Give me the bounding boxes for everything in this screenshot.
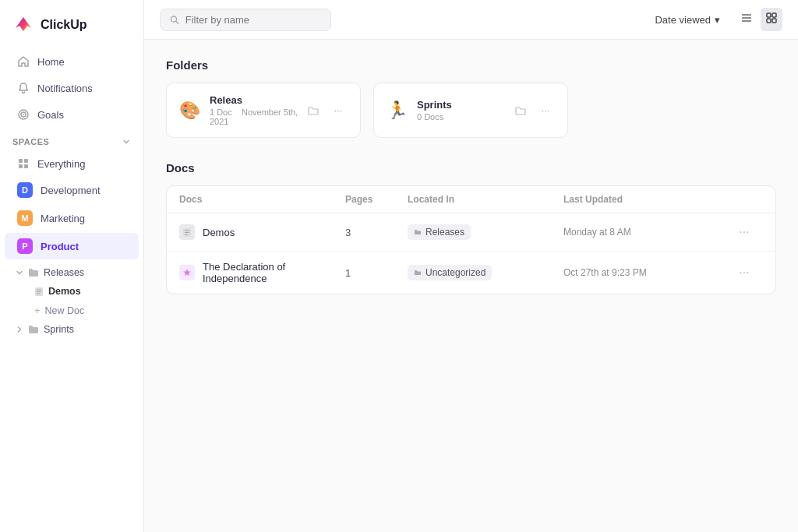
search-icon <box>170 15 179 25</box>
folder-left-sprints: 🏃 Sprints 0 Docs <box>387 99 452 122</box>
folder-open-icon <box>515 105 526 116</box>
development-label: Development <box>41 185 101 196</box>
document-icon <box>182 227 192 237</box>
bell-icon <box>17 82 30 94</box>
list-view-button[interactable] <box>736 8 757 31</box>
tree-item-demos[interactable]: Demos <box>0 282 143 301</box>
new-doc-item[interactable]: + New Doc <box>0 301 143 320</box>
goals-icon <box>17 108 30 121</box>
grid-view-button[interactable] <box>761 8 782 31</box>
development-avatar: D <box>17 182 33 198</box>
tree-item-releases[interactable]: Releases <box>0 263 143 282</box>
logo-area: ClickUp <box>0 9 143 48</box>
col-docs: Docs <box>179 194 345 205</box>
folder-name-sprints: Sprints <box>417 99 452 111</box>
folder-sm-icon <box>414 228 422 236</box>
plus-icon: + <box>34 305 41 316</box>
docs-title: Docs <box>166 161 776 174</box>
folder-open-button-sprints[interactable] <box>511 101 530 120</box>
folder-actions-releas: ··· <box>304 101 348 120</box>
grid-view-icon <box>765 12 778 24</box>
date-viewed-button[interactable]: Date viewed ▾ <box>648 11 726 29</box>
folder-info-sprints: Sprints 0 Docs <box>417 99 452 122</box>
folder-card-releas[interactable]: 🎨 Releas 1 Doc November 5th, 2021 <box>166 83 361 138</box>
folder-open-button[interactable] <box>304 101 323 120</box>
grid-icon <box>17 157 30 170</box>
folder-more-button-sprints[interactable]: ··· <box>536 101 555 120</box>
folder-actions-sprints: ··· <box>511 101 555 120</box>
col-located: Located In <box>408 194 563 205</box>
nav-notifications-label: Notifications <box>37 83 93 94</box>
col-actions <box>735 194 763 205</box>
search-bar[interactable] <box>160 9 331 31</box>
sprints-label: Sprints <box>44 324 74 335</box>
tree-section: Releases Demos + New Doc Sprints <box>0 260 143 342</box>
content-area: Folders 🎨 Releas 1 Doc November 5th, 202… <box>144 40 798 313</box>
doc-name-cell-demos: Demos <box>179 224 345 240</box>
docs-table: Docs Pages Located In Last Updated <box>166 185 776 294</box>
docs-section: Docs Docs Pages Located In Last Updated <box>166 161 776 294</box>
search-input[interactable] <box>185 14 321 26</box>
nav-home[interactable]: Home <box>5 49 139 74</box>
star-icon <box>182 268 192 277</box>
doc-name-cell-declaration: The Declaration of Independence <box>179 261 345 284</box>
table-row[interactable]: Demos 3 Releases Monday at 8 AM ··· <box>167 213 775 252</box>
doc-pages-declaration: 1 <box>345 267 408 279</box>
home-icon <box>17 55 30 68</box>
nav-goals-label: Goals <box>37 109 64 121</box>
folder-icon <box>28 267 39 278</box>
date-viewed-chevron: ▾ <box>715 14 720 26</box>
doc-more-button-demos[interactable]: ··· <box>735 223 754 241</box>
chevron-down-icon <box>16 269 23 277</box>
folder-icon <box>28 324 39 335</box>
topbar-right: Date viewed ▾ <box>648 8 782 31</box>
svg-rect-5 <box>24 159 28 163</box>
list-view-icon <box>740 12 753 24</box>
location-badge-demos: Releases <box>408 224 471 240</box>
folder-info-releas: Releas 1 Doc November 5th, 2021 <box>210 94 304 126</box>
logo-text: ClickUp <box>41 18 87 32</box>
sidebar-item-development[interactable]: D Development <box>5 177 139 203</box>
folders-grid: 🎨 Releas 1 Doc November 5th, 2021 <box>166 83 776 138</box>
svg-rect-6 <box>19 164 23 168</box>
svg-rect-19 <box>767 19 771 23</box>
doc-more-button-declaration[interactable]: ··· <box>735 263 754 282</box>
folder-more-button[interactable]: ··· <box>329 101 348 120</box>
location-badge-declaration: Uncategorized <box>408 265 492 280</box>
docs-table-header: Docs Pages Located In Last Updated <box>167 186 775 213</box>
doc-location-declaration: Uncategorized <box>408 265 563 280</box>
doc-updated-demos: Monday at 8 AM <box>563 227 735 238</box>
doc-name-declaration: The Declaration of Independence <box>203 261 345 284</box>
spaces-header: Spaces <box>0 128 143 151</box>
chevron-right-icon <box>16 326 23 333</box>
svg-marker-0 <box>16 17 31 31</box>
sidebar-item-everything[interactable]: Everything <box>5 152 139 175</box>
sidebar: ClickUp Home Notifications Goals Spaces <box>0 0 144 532</box>
folder-emoji-sprints: 🏃 <box>387 100 408 121</box>
table-row[interactable]: The Declaration of Independence 1 Uncate… <box>167 252 775 294</box>
folder-card-sprints[interactable]: 🏃 Sprints 0 Docs ··· <box>373 83 568 138</box>
doc-location-demos: Releases <box>408 224 563 240</box>
nav-notifications[interactable]: Notifications <box>5 76 139 100</box>
chevron-down-icon <box>122 137 131 146</box>
svg-point-3 <box>23 114 24 115</box>
sidebar-item-marketing[interactable]: M Marketing <box>5 205 139 231</box>
main-content: Date viewed ▾ <box>144 0 798 532</box>
folders-title: Folders <box>166 58 776 72</box>
doc-updated-declaration: Oct 27th at 9:23 PM <box>563 267 735 278</box>
clickup-logo-icon <box>12 14 34 36</box>
doc-icon-sm <box>34 287 44 296</box>
sidebar-item-product[interactable]: P Product <box>5 233 139 259</box>
nav-home-label: Home <box>37 56 65 68</box>
folder-left: 🎨 Releas 1 Doc November 5th, 2021 <box>179 94 304 126</box>
date-viewed-label: Date viewed <box>655 14 711 26</box>
svg-rect-4 <box>19 159 23 163</box>
nav-goals[interactable]: Goals <box>5 102 139 127</box>
marketing-label: Marketing <box>41 213 85 224</box>
svg-rect-17 <box>767 13 771 17</box>
folders-section: Folders 🎨 Releas 1 Doc November 5th, 202… <box>166 58 776 138</box>
tree-item-sprints[interactable]: Sprints <box>0 320 143 339</box>
releases-label: Releases <box>44 267 84 278</box>
product-avatar: P <box>17 238 33 254</box>
folder-open-icon <box>308 105 319 116</box>
